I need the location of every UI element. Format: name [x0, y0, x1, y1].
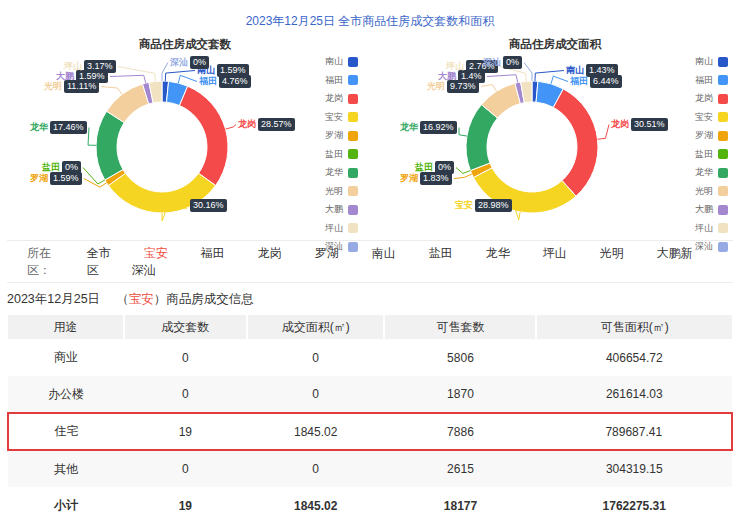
- table-cell: 其他: [8, 450, 124, 487]
- filter-option-盐田[interactable]: 盐田: [429, 246, 453, 260]
- table-header-cell: 用途: [8, 315, 124, 339]
- legend-item-光明[interactable]: 光明: [695, 185, 728, 198]
- filter-option-龙岗[interactable]: 龙岗: [258, 246, 282, 260]
- legend-item-大鹏[interactable]: 大鹏: [695, 203, 728, 216]
- table-cell: 0: [124, 450, 247, 487]
- legend-swatch: [718, 223, 728, 233]
- legend-label: 坪山: [695, 222, 713, 235]
- legend-label: 龙华: [695, 166, 713, 179]
- legend-label: 光明: [695, 185, 713, 198]
- table-row-小计: 小计191845.02181771762275.31: [8, 487, 732, 517]
- legend-label: 罗湖: [325, 129, 343, 142]
- legend-item-盐田[interactable]: 盐田: [695, 148, 728, 161]
- legend-item-龙岗[interactable]: 龙岗: [695, 92, 728, 105]
- legend-item-福田[interactable]: 福田: [325, 74, 358, 87]
- legend-swatch: [348, 223, 358, 233]
- legend-item-坪山[interactable]: 坪山: [325, 222, 358, 235]
- legend-item-龙华[interactable]: 龙华: [325, 166, 358, 179]
- legend-swatch: [718, 186, 728, 196]
- table-cell: 1762275.31: [536, 487, 732, 517]
- legend-label: 光明: [325, 185, 343, 198]
- pie-slice-龙岗[interactable]: [553, 89, 598, 196]
- legend-item-龙岗[interactable]: 龙岗: [325, 92, 358, 105]
- table-cell: 小计: [8, 487, 124, 517]
- filter-option-坪山[interactable]: 坪山: [543, 246, 567, 260]
- legend-swatch: [718, 75, 728, 85]
- legend-swatch: [348, 149, 358, 159]
- table-cell: 19: [124, 413, 247, 450]
- legend-item-福田[interactable]: 福田: [695, 74, 728, 87]
- legend-label: 盐田: [695, 148, 713, 161]
- pie-slice-宝安[interactable]: [108, 173, 215, 213]
- legend-swatch: [348, 75, 358, 85]
- legend-item-宝安[interactable]: 宝安: [695, 111, 728, 124]
- table-cell: 18177: [384, 487, 536, 517]
- table-cell: 0: [247, 450, 385, 487]
- filter-option-宝安[interactable]: 宝安: [144, 246, 168, 260]
- pie-slice-宝安[interactable]: [473, 168, 576, 213]
- legend-item-深汕[interactable]: 深汕: [695, 240, 728, 253]
- table-header-row: 用途成交套数成交面积(㎡)可售套数可售面积(㎡): [8, 315, 732, 339]
- pie-slice-龙岗[interactable]: [179, 86, 228, 185]
- table-row-其他: 其他002615304319.15: [8, 450, 732, 487]
- table-cell: 1845.02: [247, 413, 385, 450]
- table-cell: 住宅: [8, 413, 124, 450]
- filter-option-龙华[interactable]: 龙华: [486, 246, 510, 260]
- legend-item-南山[interactable]: 南山: [695, 55, 728, 68]
- table-header-cell: 可售套数: [384, 315, 536, 339]
- legend-swatch: [348, 168, 358, 178]
- label-leader-line: [84, 179, 107, 188]
- table-cell: 2615: [384, 450, 536, 487]
- table-cell: 1870: [384, 376, 536, 413]
- legend-item-龙华[interactable]: 龙华: [695, 166, 728, 179]
- filter-option-福田[interactable]: 福田: [201, 246, 225, 260]
- section-suffix: 商品房成交信息: [166, 291, 254, 308]
- donut-chart-area: [370, 0, 740, 240]
- legend-item-南山[interactable]: 南山: [325, 55, 358, 68]
- table-row-住宅: 住宅191845.027886789687.41: [8, 413, 732, 450]
- legend-item-坪山[interactable]: 坪山: [695, 222, 728, 235]
- legend-item-盐田[interactable]: 盐田: [325, 148, 358, 161]
- legend-label: 龙岗: [325, 92, 343, 105]
- label-leader-line: [535, 71, 564, 82]
- table-cell: 5806: [384, 339, 536, 376]
- table-header-cell: 成交套数: [124, 315, 247, 339]
- legend-swatch: [718, 131, 728, 141]
- label-leader-line: [459, 128, 467, 137]
- legend-label: 坪山: [325, 222, 343, 235]
- label-leader-line: [454, 174, 472, 178]
- legend-swatch: [348, 131, 358, 141]
- legend-item-深汕[interactable]: 深汕: [325, 240, 358, 253]
- legend-label: 福田: [695, 74, 713, 87]
- filter-option-光明[interactable]: 光明: [600, 246, 624, 260]
- table-cell: 1845.02: [247, 487, 385, 517]
- legend-label: 深汕: [325, 240, 343, 253]
- section-date: 2023年12月25日: [7, 291, 100, 308]
- label-leader-line: [487, 75, 518, 83]
- table-cell: 7886: [384, 413, 536, 450]
- legend-swatch: [348, 112, 358, 122]
- table-cell: 0: [124, 339, 247, 376]
- legend-item-光明[interactable]: 光明: [325, 185, 358, 198]
- label-leader-line: [110, 75, 146, 83]
- legend-label: 宝安: [695, 111, 713, 124]
- table-cell: 406654.72: [536, 339, 732, 376]
- pie-slice-龙华[interactable]: [96, 111, 124, 180]
- label-leader-line: [178, 75, 197, 83]
- legend-label: 龙华: [325, 166, 343, 179]
- legend-swatch: [718, 57, 728, 67]
- legend-item-大鹏[interactable]: 大鹏: [325, 203, 358, 216]
- legend-item-罗湖[interactable]: 罗湖: [695, 129, 728, 142]
- table-cell: 0: [247, 376, 385, 413]
- table-row-商业: 商业005806406654.72: [8, 339, 732, 376]
- legend-swatch: [348, 186, 358, 196]
- filter-option-全市[interactable]: 全市: [87, 246, 111, 260]
- legend-label: 盐田: [325, 148, 343, 161]
- legend-item-宝安[interactable]: 宝安: [325, 111, 358, 124]
- filter-option-深汕[interactable]: 深汕: [132, 263, 156, 277]
- filter-option-南山[interactable]: 南山: [372, 246, 396, 260]
- legend-item-罗湖[interactable]: 罗湖: [325, 129, 358, 142]
- transactions-table: 用途成交套数成交面积(㎡)可售套数可售面积(㎡) 商业005806406654.…: [7, 315, 733, 517]
- district-filter-options: 全市宝安福田龙岗罗湖南山盐田龙华坪山光明大鹏新区深汕: [87, 245, 733, 279]
- label-leader-line: [551, 76, 568, 84]
